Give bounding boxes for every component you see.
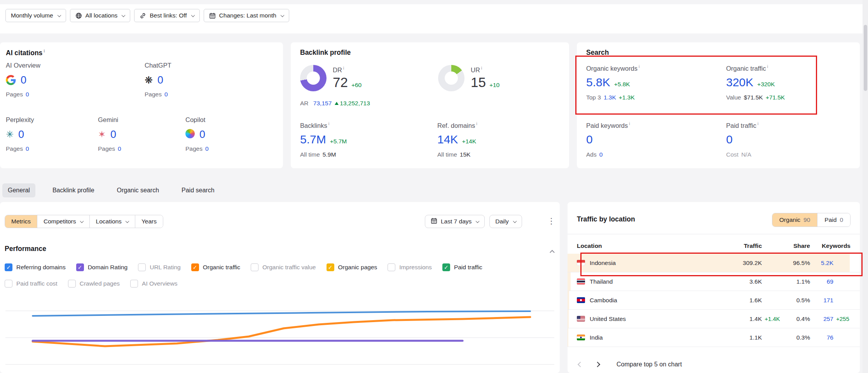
info-icon[interactable] [476, 121, 477, 126]
citations-count-link[interactable]: 0 [18, 129, 24, 141]
checkbox-paid-traffic-cost[interactable]: Paid traffic cost [5, 280, 58, 288]
kebab-menu-icon[interactable]: ⋮ [547, 217, 555, 225]
citations-count-link[interactable]: 0 [199, 129, 205, 141]
tab-organic-search[interactable]: Organic search [112, 183, 165, 197]
filter-monthly-volume[interactable]: Monthly volume [5, 9, 66, 22]
location-row-united-states[interactable]: United States1.4K+1.4K0.4%257+255 [568, 310, 860, 328]
filter-changes-last-month[interactable]: Changes: Last month [204, 9, 289, 22]
keywords-link[interactable]: 257 [810, 315, 833, 322]
paid-keywords-value-link[interactable]: 0 [586, 133, 593, 146]
checked-checkbox-icon [191, 263, 199, 271]
info-icon[interactable] [758, 121, 758, 126]
segment-competitors[interactable]: Competitors [37, 215, 89, 228]
scrollbar-thumb[interactable] [864, 25, 867, 91]
citations-count-link[interactable]: 0 [21, 74, 26, 86]
dr-value: 72+60 [333, 75, 362, 90]
tab-paid-search[interactable]: Paid search [176, 183, 220, 197]
chevron-left-icon [578, 361, 583, 367]
collapse-section-button[interactable] [550, 249, 554, 255]
organic-paid-toggle: Organic90Paid0 [772, 213, 851, 227]
traffic-value: 1.6K [727, 297, 762, 304]
toggle-paid[interactable]: Paid0 [817, 213, 850, 227]
keywords-link[interactable]: 76 [810, 334, 833, 341]
date-range-dropdown[interactable]: Last 7 days [425, 215, 485, 228]
pages-count-link[interactable]: 0 [118, 145, 121, 152]
location-row-indonesia[interactable]: Indonesia309.2K96.5%5.2K [568, 254, 860, 272]
filter-best-links-off[interactable]: Best links: Off [134, 9, 199, 22]
next-page-button[interactable] [594, 360, 601, 369]
info-icon[interactable] [767, 64, 768, 69]
column-share[interactable]: Share [782, 242, 810, 249]
pages-count-link[interactable]: 0 [26, 91, 29, 98]
location-name: United States [590, 315, 626, 322]
column-traffic[interactable]: Traffic [727, 242, 762, 249]
ur-block: UR 15+10 [438, 65, 499, 91]
keywords-link[interactable]: 171 [810, 297, 833, 304]
citations-count-link[interactable]: 0 [157, 74, 163, 86]
ai-citations-card: AI citations AI Overview0Pages0ChatGPT❋0… [0, 42, 283, 168]
metric-checkbox-row-2: Paid traffic costCrawled pagesAI Overvie… [5, 280, 177, 288]
info-icon[interactable] [481, 66, 482, 70]
info-icon[interactable] [629, 121, 630, 126]
info-icon[interactable] [639, 64, 639, 69]
pages-count-link[interactable]: 0 [164, 91, 168, 98]
previous-page-button[interactable] [577, 360, 584, 369]
checkbox-impressions[interactable]: Impressions [388, 263, 432, 271]
location-row-india[interactable]: India1.1K0.3%76 [568, 328, 860, 347]
segment-locations[interactable]: Locations [89, 215, 135, 228]
backlinks-value-link[interactable]: 5.7M [300, 133, 326, 146]
compare-top5-button[interactable]: Compare top 5 on chart [617, 361, 682, 368]
location-row-cambodia[interactable]: Cambodia1.6K0.5%171 [568, 291, 860, 310]
paid-traffic-value-link[interactable]: 0 [726, 133, 733, 146]
keywords-link[interactable]: 5.2K [810, 260, 833, 267]
organic-traffic-value-link[interactable]: 320K [726, 76, 753, 89]
date-controls: Last 7 days Daily [425, 215, 522, 228]
filter-all-locations[interactable]: All locations [70, 9, 131, 22]
info-icon[interactable] [328, 121, 329, 126]
calendar-icon [431, 218, 437, 226]
pages-count-link[interactable]: 0 [205, 145, 209, 152]
segment-years[interactable]: Years [135, 215, 163, 228]
toggle-organic[interactable]: Organic90 [772, 213, 817, 227]
tab-general[interactable]: General [2, 183, 35, 197]
traffic-delta: +1.4K [762, 315, 782, 322]
pages-line: Pages0 [6, 145, 95, 152]
section-tabs: GeneralBacklink profileOrganic searchPai… [2, 182, 220, 199]
ur-donut-chart [438, 65, 465, 91]
search-title: Search [586, 49, 609, 57]
checkbox-domain-rating[interactable]: Domain Rating [76, 263, 128, 271]
authority-rank-line: AR 73,15713,252,713 [300, 100, 370, 107]
organic-keywords-value-link[interactable]: 5.8K [586, 76, 610, 89]
table-header: LocationTrafficShareKeywords [577, 239, 851, 253]
location-row-thailand[interactable]: Thailand3.6K1.1%69 [568, 272, 860, 291]
info-icon[interactable] [44, 49, 45, 53]
segment-metrics[interactable]: Metrics [5, 215, 37, 228]
paid-keywords-stat: Paid keywords 0 Ads0 [586, 121, 703, 158]
share-value: 0.5% [782, 297, 810, 304]
pages-count-link[interactable]: 0 [26, 145, 29, 152]
info-icon[interactable] [343, 66, 344, 70]
checkbox-url-rating[interactable]: URL Rating [138, 263, 181, 271]
checkbox-organic-traffic-value[interactable]: Organic traffic value [251, 263, 316, 271]
checkbox-crawled-pages[interactable]: Crawled pages [68, 280, 120, 288]
citations-count-link[interactable]: 0 [110, 129, 116, 141]
ref-domains-value-link[interactable]: 14K [437, 133, 458, 146]
checkbox-ai-overviews[interactable]: AI Overviews [130, 280, 177, 288]
keywords-link[interactable]: 69 [810, 278, 833, 285]
checkbox-referring-domains[interactable]: Referring domains [5, 263, 66, 271]
top3-value-link[interactable]: 1.3K [604, 94, 616, 101]
checkbox-organic-traffic[interactable]: Organic traffic [191, 263, 240, 271]
checkbox-organic-pages[interactable]: Organic pages [327, 263, 377, 271]
tab-backlink-profile[interactable]: Backlink profile [47, 183, 100, 197]
checkbox-paid-traffic[interactable]: Paid traffic [442, 263, 482, 271]
divider [568, 234, 860, 234]
ads-value-link[interactable]: 0 [599, 151, 603, 158]
column-keywords[interactable]: Keywords [810, 242, 851, 249]
ur-value: 15+10 [471, 75, 499, 90]
ai-citation-chatgpt: ChatGPT❋0Pages0 [145, 62, 234, 98]
share-value: 0.4% [782, 315, 810, 322]
granularity-dropdown[interactable]: Daily [489, 215, 522, 228]
checked-checkbox-icon [442, 263, 450, 271]
ar-value-link[interactable]: 73,157 [313, 100, 332, 106]
column-location[interactable]: Location [577, 242, 727, 249]
